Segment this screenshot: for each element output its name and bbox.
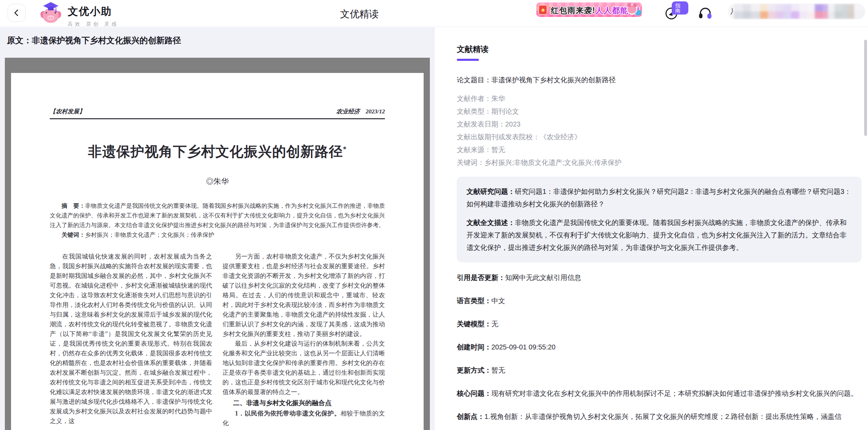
- support-button[interactable]: [697, 5, 714, 21]
- privacy-blur: [734, 4, 865, 19]
- abstract-text: 非物质文化遗产是我国传统文化的重要体现。随着我国乡村振兴战略的实施，作为乡村文化…: [50, 203, 385, 228]
- promo-banner[interactable]: ✦ ✦ 红包雨来袭!人人都能领!: [536, 2, 642, 17]
- field-update-method: 更新方式：暂无: [457, 365, 861, 376]
- abstract-label: 摘 要：: [62, 203, 85, 209]
- header-rule: [50, 118, 385, 119]
- footnote-mark: *: [343, 145, 347, 153]
- pdf-viewer[interactable]: 【农村发展】 农业经济 2023/12 非遗保护视角下乡村文化振兴的创新路径* …: [5, 58, 430, 430]
- fulltext-description: 文献全文描述：非物质文化遗产是我国传统文化的重要体现。随着我国乡村振兴战略的实施…: [466, 216, 852, 254]
- meta-author: 文献作者：朱华: [457, 92, 861, 105]
- meta-source: 文献来源：暂无: [457, 143, 861, 156]
- pdf-page: 【农村发展】 农业经济 2023/12 非遗保护视角下乡村文化振兴的创新路径* …: [11, 73, 424, 430]
- list-item-lead: 1．以民俗为依托带动非遗文化保护。: [235, 410, 340, 417]
- body-column-left: 在我国城镇化快速发展的同时，农村发展成为当务之急，我国乡村振兴战略的实施符合农村…: [50, 252, 212, 428]
- red-envelope-icon: [538, 5, 547, 15]
- keywords-text: 乡村振兴；非物质文化遗产；文化振兴；传承保护: [85, 232, 214, 238]
- journal-section: 【农村发展】: [50, 108, 85, 115]
- field-key-model: 关键模型：无: [457, 318, 861, 330]
- summary-info-box: 文献研究问题：研究问题1：非遗保护如何助力乡村文化振兴？研究问题2：非遗与乡村文…: [457, 177, 861, 262]
- summary-paper-title: 论文题目：非遗保护视角下乡村文化振兴的创新路径: [457, 75, 861, 85]
- paper-body: 在我国城镇化快速发展的同时，农村发展成为当务之急，我国乡村振兴战略的实施符合农村…: [50, 252, 385, 428]
- field-language: 语言类型：中文: [457, 295, 861, 307]
- field-innovation-points: 创新点：1.视角创新：从非遗保护视角切入乡村文化振兴，拓展了文化振兴的研究维度；…: [457, 411, 861, 422]
- detail-fields: 引用是否更新：知网中无此文献引用信息 语言类型：中文 关键模型：无 创建时间：2…: [457, 272, 861, 422]
- metadata-list: 文献作者：朱华 文献类型：期刊论文 文献发表日期：2023 文献出版期刊或发表院…: [457, 92, 861, 169]
- body-column-right: 另一方面，农村非物质文化遗产，不仅为乡村文化振兴提供重要支柱，也是乡村经济与社会…: [223, 252, 385, 428]
- page-title: 文优精读: [321, 8, 398, 21]
- paper-author: ◎朱华: [50, 176, 385, 187]
- promo-banner-text: 红包雨来袭!人人都能领!: [551, 5, 640, 16]
- paragraph: 另一方面，农村非物质文化遗产，不仅为乡村文化振兴提供重要支柱，也是乡村经济与社会…: [223, 252, 385, 339]
- tab-literature-reading[interactable]: 文献精读: [457, 44, 489, 61]
- meta-type: 文献类型：期刊论文: [457, 105, 861, 118]
- meta-journal: 文献出版期刊或发表院校：《农业经济》: [457, 131, 861, 143]
- paper-abstract: 摘 要：非物质文化遗产是我国传统文化的重要体现。随着我国乡村振兴战略的实施，作为…: [50, 201, 385, 240]
- app-window: 文优小助 高效 原创 灵感 文优精读 ✦ ✦ 红包雨来袭!人人都能领! 指南: [0, 0, 868, 430]
- brand-block: 文优小助 高效 原创 灵感: [68, 4, 119, 27]
- banner-pig-icon: [627, 4, 637, 14]
- guide-badge: 指南: [672, 1, 688, 15]
- back-button[interactable]: [8, 4, 26, 22]
- brand-tagline: 高效 原创 灵感: [68, 21, 119, 27]
- paragraph: 最后，从乡村文化建设与运行的体制机制来看，公共文化服务和文化产业比较突出，这也从…: [223, 339, 385, 397]
- scrollbar-thumb[interactable]: [864, 40, 867, 136]
- user-account-blurred[interactable]: ⟩: [728, 3, 865, 19]
- reading-summary-panel: 文献精读 论文题目：非遗保护视角下乡村文化振兴的创新路径 文献作者：朱华 文献类…: [435, 27, 868, 430]
- headphones-icon: [697, 5, 713, 21]
- section-heading: 二、非遗与乡村文化振兴的融合点: [223, 398, 385, 408]
- field-created-time: 创建时间：2025-09-01 09:55:20: [457, 342, 861, 353]
- active-tab-underline: [457, 59, 479, 61]
- journal-header: 【农村发展】 农业经济 2023/12: [50, 108, 385, 115]
- journal-issue: 农业经济 2023/12: [336, 108, 385, 115]
- meta-date: 文献发表日期：2023: [457, 118, 861, 131]
- pig-logo-icon: [40, 3, 62, 24]
- research-questions: 文献研究问题：研究问题1：非遗保护如何助力乡村文化振兴？研究问题2：非遗与乡村文…: [466, 185, 852, 210]
- keywords-label: 关键词：: [62, 232, 85, 238]
- original-document-panel: 原文：非遗保护视角下乡村文化振兴的创新路径 【农村发展】 农业经济 2023/1…: [0, 27, 435, 430]
- brand-name: 文优小助: [68, 4, 119, 19]
- back-arrow-icon: [12, 8, 21, 17]
- field-citation-update: 引用是否更新：知网中无此文献引用信息: [457, 272, 861, 283]
- top-header: 文优小助 高效 原创 灵感 文优精读 ✦ ✦ 红包雨来袭!人人都能领! 指南: [0, 0, 868, 27]
- paragraph: 在我国城镇化快速发展的同时，农村发展成为当务之急，我国乡村振兴战略的实施符合农村…: [50, 252, 212, 426]
- meta-keywords: 关键词：乡村振兴;非物质文化遗产;文化振兴;传承保护: [457, 156, 861, 169]
- field-core-problem: 核心问题：现有研究对非遗文化在乡村文化振兴中的作用机制探讨不足；本研究拟解决如何…: [457, 388, 861, 399]
- guide-button[interactable]: 指南: [664, 6, 688, 22]
- original-title: 原文：非遗保护视角下乡村文化振兴的创新路径: [7, 35, 181, 46]
- paper-title: 非遗保护视角下乡村文化振兴的创新路径*: [50, 142, 385, 161]
- paragraph: 1．以民俗为依托带动非遗文化保护。相较于物质的文化: [223, 409, 385, 428]
